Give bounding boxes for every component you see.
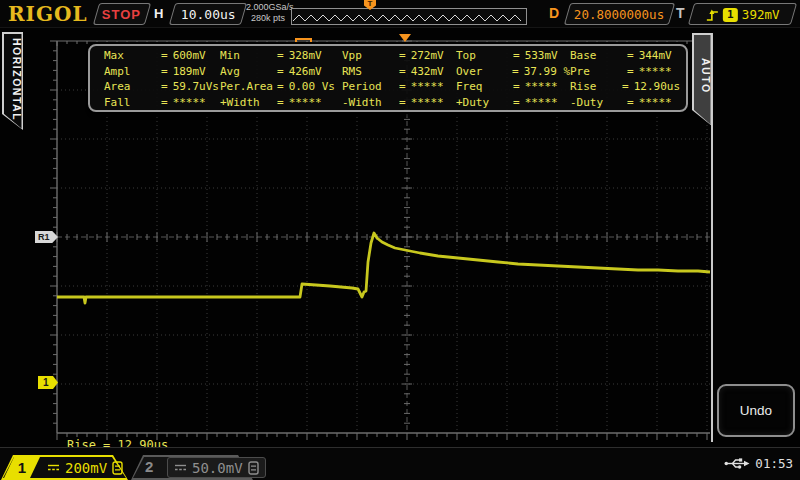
run-status-indicator[interactable]: STOP	[93, 3, 151, 25]
measurement-item: +Duty=*****	[456, 95, 570, 111]
bottom-status-bar: 1 200mV 2 50	[0, 447, 800, 480]
measurement-item: Area=59.7uVs	[104, 79, 220, 95]
measurement-item: Over=37.99 %	[456, 64, 570, 80]
channel2-settings: 50.0mV	[167, 457, 266, 478]
trigger-level-value: 392mV	[742, 7, 780, 22]
channel1-settings: 200mV	[47, 457, 123, 478]
clock: 01:53	[755, 456, 793, 471]
measurement-item: Period=*****	[342, 79, 456, 95]
measurement-item: Max=600mV	[104, 48, 220, 64]
preview-waveform-icon	[292, 11, 524, 24]
rigol-logo: RIGOL	[8, 2, 88, 26]
measurement-item: Ampl=189mV	[104, 64, 220, 80]
measurement-item: RMS=432mV	[342, 64, 456, 80]
trigger-label: T	[676, 5, 685, 21]
memory-depth: 280k pts	[246, 13, 290, 24]
undo-button[interactable]: Undo	[717, 384, 795, 437]
delay-label: D	[549, 5, 559, 21]
dc-coupling-icon	[174, 462, 187, 473]
dc-coupling-icon	[47, 462, 60, 473]
tab-horizontal-label: HORIZONTAL	[2, 38, 23, 116]
bandwidth-limit-icon	[112, 461, 123, 475]
tab-auto-label: AUTO	[692, 39, 712, 112]
delay-chip[interactable]: 20.8000000us	[564, 3, 675, 25]
channel2-number: 2	[145, 458, 153, 475]
channel2-scale: 50.0mV	[192, 460, 243, 476]
measurement-item: Avg=426mV	[220, 64, 342, 80]
delay-value: 20.8000000us	[574, 7, 664, 22]
horizontal-label: H	[154, 6, 163, 21]
oscilloscope-screen: RIGOL STOP H 10.00us 2.000GSa/s 280k pts…	[0, 0, 800, 480]
run-status-text: STOP	[102, 7, 141, 22]
channel2-tab[interactable]: 2 50.0mV	[131, 455, 253, 480]
trigger-source-badge: 1	[723, 7, 738, 21]
measurement-item: Freq=*****	[456, 79, 570, 95]
rising-edge-icon	[706, 7, 719, 21]
measurement-item: Per.Area=0.00 Vs	[220, 79, 342, 95]
measurement-item: Min=328mV	[220, 48, 342, 64]
tab-auto-menu[interactable]: AUTO	[692, 33, 712, 126]
channel1-scale: 200mV	[65, 460, 107, 476]
top-status-bar: RIGOL STOP H 10.00us 2.000GSa/s 280k pts…	[0, 0, 800, 28]
measurement-item: Vpp=272mV	[342, 48, 456, 64]
measurement-item: -Width=*****	[342, 95, 456, 111]
acquisition-info: 2.000GSa/s 280k pts	[246, 2, 290, 24]
measurement-item: +Width=*****	[220, 95, 342, 111]
measurement-grid: Max=600mVMin=328mVVpp=272mVTop=533mVBase…	[104, 48, 686, 110]
measurement-panel: Max=600mVMin=328mVVpp=272mVTop=533mVBase…	[88, 44, 688, 112]
timebase-chip[interactable]: 10.00us	[169, 3, 247, 25]
measurement-item: Top=533mV	[456, 48, 570, 64]
measurement-item: Rise=12.90us	[570, 79, 680, 95]
timebase-value: 10.00us	[181, 7, 236, 22]
clock-area: 01:53	[724, 456, 793, 471]
usb-icon	[724, 457, 750, 470]
measurement-item: Base=344mV	[570, 48, 680, 64]
bandwidth-limit-icon	[248, 461, 259, 475]
tab-horizontal-menu[interactable]: HORIZONTAL	[2, 32, 23, 130]
trigger-chip[interactable]: 1 392mV	[688, 3, 797, 25]
measurement-item: Fall=*****	[104, 95, 220, 111]
channel1-tab[interactable]: 1 200mV	[1, 455, 128, 480]
sample-rate: 2.000GSa/s	[246, 2, 290, 13]
measurement-item: Pre=*****	[570, 64, 680, 80]
waveform-preview-bar[interactable]	[291, 8, 527, 25]
measurement-item: -Duty=*****	[570, 95, 680, 111]
waveform-display-area: Max=600mVMin=328mVVpp=272mVTop=533mVBase…	[0, 27, 800, 447]
